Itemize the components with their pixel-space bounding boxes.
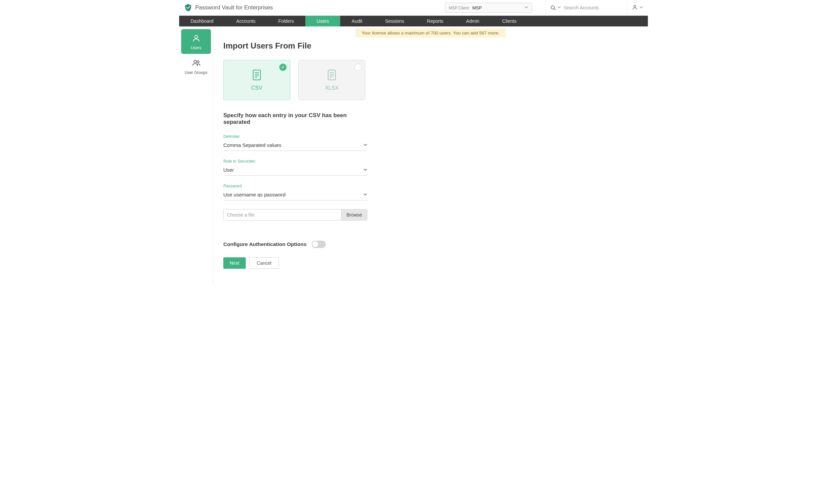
msp-client-label: MSP Client: (449, 6, 470, 10)
role-value: User (223, 167, 234, 173)
main-content: Your license allows a maximum of 700 use… (213, 27, 648, 286)
chevron-down-icon (524, 5, 528, 10)
nav-accounts[interactable]: Accounts (225, 16, 267, 27)
format-cards: CSV XLSX (223, 60, 638, 100)
chevron-down-icon (363, 167, 367, 173)
msp-client-select[interactable]: MSP Client: MSP (445, 3, 532, 13)
import-form: Specify how each entry in your CSV has b… (223, 112, 367, 269)
search-input[interactable] (563, 5, 623, 11)
side-rail: Users User Groups (179, 27, 213, 286)
search-scope-chevron-icon[interactable] (557, 5, 561, 10)
chevron-down-icon (363, 143, 367, 148)
delimiter-label: Delimiter (223, 134, 367, 139)
toggle-knob (312, 241, 319, 247)
chevron-down-icon (363, 192, 367, 197)
svg-rect-6 (253, 70, 260, 80)
file-icon (327, 69, 337, 82)
password-field: Password Use username as password (223, 184, 367, 200)
cancel-button[interactable]: Cancel (249, 257, 279, 269)
nav-clients[interactable]: Clients (491, 16, 528, 27)
nav-admin[interactable]: Admin (455, 16, 491, 27)
nav-audit[interactable]: Audit (340, 16, 374, 27)
sidebar-item-users[interactable]: Users (181, 29, 211, 54)
auth-options-label: Configure Authentication Options (223, 241, 306, 247)
sidebar-item-label: User Groups (185, 70, 207, 75)
top-header: Password Vault for Enterprises MSP Clien… (179, 0, 648, 16)
nav-dashboard[interactable]: Dashboard (179, 16, 225, 27)
page-title: Import Users From File (223, 41, 638, 51)
file-icon (252, 69, 262, 82)
file-chooser-row: Browse (223, 209, 367, 220)
next-button[interactable]: Next (223, 257, 246, 269)
user-icon (632, 4, 638, 11)
logo-area: Password Vault for Enterprises (184, 3, 273, 12)
svg-point-5 (197, 61, 199, 63)
nav-reports[interactable]: Reports (416, 16, 455, 27)
format-label: CSV (251, 85, 262, 91)
nav-users[interactable]: Users (305, 16, 341, 27)
svg-point-2 (634, 5, 636, 7)
role-field: Role in Securden User (223, 159, 367, 176)
password-value: Use username as password (223, 192, 286, 197)
browse-button[interactable]: Browse (341, 209, 367, 220)
nav-folders[interactable]: Folders (267, 16, 305, 27)
svg-line-1 (554, 9, 555, 10)
user-menu[interactable] (627, 0, 643, 15)
format-card-xlsx[interactable]: XLSX (298, 60, 365, 100)
main-nav: Dashboard Accounts Folders Users Audit S… (179, 16, 648, 27)
svg-point-4 (194, 60, 196, 63)
nav-sessions[interactable]: Sessions (374, 16, 416, 27)
chevron-down-icon (639, 5, 643, 10)
format-label: XLSX (325, 85, 339, 91)
search-area (545, 0, 623, 15)
check-circle-icon (279, 63, 287, 71)
delimiter-select[interactable]: Comma Separated values (223, 141, 367, 151)
auth-options-row: Configure Authentication Options (223, 241, 367, 248)
svg-point-3 (195, 35, 198, 38)
license-banner: Your license allows a maximum of 700 use… (355, 29, 505, 38)
section-heading: Specify how each entry in your CSV has b… (223, 112, 367, 125)
password-select[interactable]: Use username as password (223, 190, 367, 200)
role-label: Role in Securden (223, 159, 367, 164)
delimiter-field: Delimiter Comma Separated values (223, 134, 367, 151)
shield-logo-icon (184, 3, 193, 12)
delimiter-value: Comma Separated values (223, 142, 281, 148)
sidebar-item-user-groups[interactable]: User Groups (181, 54, 211, 79)
role-select[interactable]: User (223, 166, 367, 176)
password-label: Password (223, 184, 367, 189)
user-icon (192, 34, 201, 44)
msp-client-value: MSP (473, 5, 482, 10)
search-icon[interactable] (550, 5, 556, 10)
form-actions: Next Cancel (223, 257, 367, 269)
radio-icon (354, 63, 361, 71)
file-input[interactable] (223, 209, 341, 220)
auth-options-toggle[interactable] (312, 241, 326, 248)
user-group-icon (192, 59, 201, 68)
app-title: Password Vault for Enterprises (195, 4, 273, 11)
format-card-csv[interactable]: CSV (223, 60, 290, 100)
sidebar-item-label: Users (191, 46, 201, 50)
svg-rect-11 (328, 70, 336, 80)
